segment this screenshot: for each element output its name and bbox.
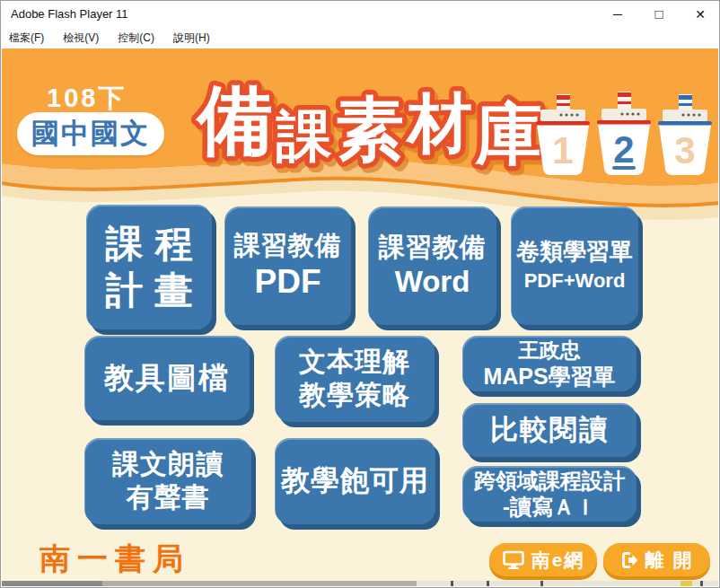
boat-2-selected-underline — [612, 166, 636, 170]
subject-badge-label: 國中國文 — [31, 115, 150, 153]
menu-view[interactable]: 檢視(V) — [63, 31, 99, 46]
button-teaching-aid-images[interactable]: 教具圖檔 — [84, 336, 250, 420]
title-char-4: 材 — [405, 87, 472, 159]
boat-tab-3[interactable]: 3 — [656, 93, 714, 178]
boat-3-number: 3 — [674, 129, 695, 171]
boat-2-number: 2 — [613, 128, 634, 171]
button-label-line: 課程 — [94, 221, 205, 267]
maximize-button[interactable]: □ — [645, 4, 672, 24]
window-title: Adobe Flash Player 11 — [11, 7, 128, 21]
button-label-line: 卷類學習單 — [516, 238, 633, 267]
button-label-line: 有聲書 — [127, 481, 210, 514]
flash-player-window: Adobe Flash Player 11 ─ □ ✕ 檔案(F) 檢視(V) … — [0, 0, 720, 588]
nan-e-web-button[interactable]: 南e網 — [489, 543, 597, 576]
button-teaching-ready-to-use[interactable]: 教學飽可用 — [275, 438, 435, 524]
button-lesson-prep-pdf[interactable]: 課習教備 PDF — [224, 206, 351, 325]
subject-badge: 國中國文 — [17, 112, 164, 155]
button-label-line: 跨領域課程設計 — [474, 468, 625, 494]
title-char-5: 庫 — [475, 97, 542, 171]
button-lesson-prep-word[interactable]: 課習教備 Word — [368, 206, 496, 325]
minimize-button[interactable]: ─ — [604, 4, 631, 24]
menu-bar: 檔案(F) 檢視(V) 控制(C) 說明(H) — [1, 28, 719, 48]
button-label-line: 教具圖檔 — [104, 360, 230, 396]
button-label-line: 課文朗讀 — [112, 448, 224, 481]
title-char-2: 課 — [276, 105, 332, 167]
button-cross-domain-reading-writing-ai[interactable]: 跨領域課程設計 -讀寫ＡＩ — [462, 466, 637, 522]
flash-stage: 108下 國中國文 備 課 素 材 庫 1 — [2, 48, 718, 581]
exit-label: 離 開 — [645, 548, 694, 573]
button-label-line: PDF+Word — [524, 269, 626, 294]
button-label-line: PDF — [255, 261, 321, 302]
button-label-line: MAPS學習單 — [483, 363, 615, 391]
menu-file[interactable]: 檔案(F) — [9, 31, 44, 46]
button-label-line: Word — [395, 264, 470, 300]
boat-tab-1[interactable]: 1 — [534, 93, 592, 178]
nan-e-web-label: 南e網 — [531, 548, 585, 573]
menu-help[interactable]: 說明(H) — [173, 31, 210, 46]
button-comparative-reading[interactable]: 比較閱讀 — [462, 403, 637, 457]
button-label-line: 課習教備 — [234, 230, 342, 261]
close-button[interactable]: ✕ — [687, 4, 714, 24]
button-label-line: 教學策略 — [299, 379, 410, 412]
button-text-comprehension-strategy[interactable]: 文本理解 教學策略 — [275, 336, 435, 422]
button-label-line: -讀寫ＡＩ — [503, 494, 596, 520]
boat-tab-2-selected[interactable]: 2 — [595, 91, 653, 178]
button-label-line: 文本理解 — [299, 346, 410, 379]
boat-1-number: 1 — [552, 129, 573, 171]
menu-control[interactable]: 控制(C) — [118, 31, 154, 46]
button-course-plan[interactable]: 課程 計畫 — [86, 205, 212, 329]
background-window-sliver — [2, 581, 718, 586]
publisher-logo: 南一書局 — [40, 539, 190, 580]
window-titlebar: Adobe Flash Player 11 ─ □ ✕ — [1, 1, 719, 28]
button-label-line: 比較閱讀 — [490, 413, 609, 447]
exit-button[interactable]: 離 開 — [603, 543, 710, 576]
button-text-audio-book[interactable]: 課文朗讀 有聲書 — [84, 438, 251, 524]
app-title: 備 課 素 材 庫 — [190, 52, 549, 187]
button-label-line: 課習教備 — [379, 232, 487, 263]
title-char-3: 素 — [336, 91, 404, 167]
exit-icon — [620, 551, 639, 569]
button-worksheets-pdf-word[interactable]: 卷類學習單 PDF+Word — [511, 206, 638, 325]
semester-label: 108下 — [47, 81, 127, 117]
button-maps-worksheet[interactable]: 王政忠 MAPS學習單 — [462, 336, 637, 391]
title-char-1: 備 — [195, 78, 273, 162]
monitor-icon — [502, 550, 525, 570]
button-label-line: 計畫 — [94, 268, 205, 313]
button-label-line: 教學飽可用 — [281, 463, 429, 498]
button-label-line: 王政忠 — [519, 338, 581, 363]
